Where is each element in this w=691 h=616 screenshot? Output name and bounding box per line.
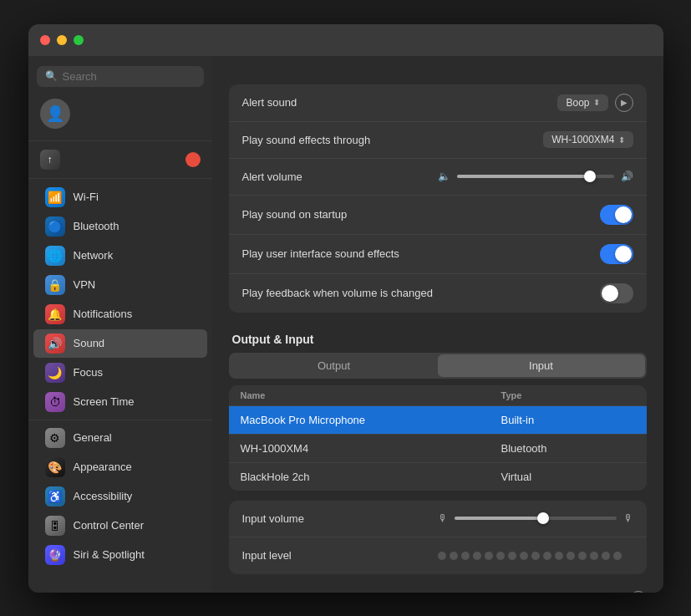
col-type-header: Type bbox=[501, 390, 635, 400]
slider-fill bbox=[457, 175, 591, 178]
device-table: Name Type MacBook Pro Microphone Built-i… bbox=[229, 385, 647, 491]
sidebar-item-siri[interactable]: 🔮Siri & Spotlight bbox=[33, 541, 207, 569]
play-startup-label: Play sound on startup bbox=[242, 208, 600, 221]
tab-output[interactable]: Output bbox=[231, 354, 438, 377]
controlcenter-icon: 🎛 bbox=[45, 516, 65, 536]
feedback-toggle[interactable] bbox=[600, 283, 633, 303]
sidebar-item-accessibility[interactable]: ♿Accessibility bbox=[33, 482, 207, 511]
alert-volume-label: Alert volume bbox=[242, 171, 438, 183]
alert-sound-control: Boop ⬍ ▶ bbox=[557, 94, 633, 112]
sidebar-item-label-vpn: VPN bbox=[74, 278, 96, 291]
level-dot bbox=[508, 552, 516, 560]
help-button[interactable]: ? bbox=[630, 591, 647, 593]
level-dot bbox=[438, 552, 446, 560]
search-icon: 🔍 bbox=[45, 70, 58, 82]
sidebar-item-sound[interactable]: 🔊Sound bbox=[33, 329, 207, 358]
level-dot bbox=[485, 552, 493, 560]
level-dot bbox=[613, 552, 622, 560]
output-input-tabs: Output Input bbox=[229, 353, 647, 379]
sidebar-item-label-screentime: Screen Time bbox=[74, 395, 135, 408]
feedback-volume-row: Play feedback when volume is changed bbox=[229, 274, 647, 313]
alert-volume-control: 🔈 🔊 bbox=[438, 171, 633, 182]
input-volume-control: 🎙 🎙 bbox=[438, 512, 633, 524]
sidebar-item-notifications[interactable]: 🔔Notifications bbox=[33, 300, 207, 328]
level-dot bbox=[531, 552, 540, 560]
device-type: Built-in bbox=[501, 414, 635, 426]
sidebar-item-label-general: General bbox=[74, 431, 112, 444]
play-startup-row: Play sound on startup bbox=[229, 196, 647, 235]
play-startup-toggle[interactable] bbox=[600, 205, 633, 225]
sidebar-item-label-appearance: Appearance bbox=[74, 461, 132, 473]
output-input-header: Output & Input bbox=[229, 326, 647, 353]
level-dot bbox=[578, 552, 587, 560]
toggle-knob-2 bbox=[615, 246, 632, 262]
sidebar-item-label-sound: Sound bbox=[74, 337, 105, 349]
sidebar-item-controlcenter[interactable]: 🎛Control Center bbox=[33, 512, 207, 540]
input-level-label: Input level bbox=[242, 549, 438, 562]
device-name: BlackHole 2ch bbox=[241, 471, 501, 483]
slider-thumb[interactable] bbox=[537, 512, 549, 524]
level-dot bbox=[590, 552, 598, 560]
sidebar-nav: 📶Wi-Fi🔵Bluetooth🌐Network🔒VPN🔔Notificatio… bbox=[28, 182, 212, 570]
feedback-volume-label: Play feedback when volume is changed bbox=[242, 287, 600, 299]
toggle-knob bbox=[615, 206, 632, 223]
sidebar-item-focus[interactable]: 🌙Focus bbox=[33, 359, 207, 387]
ui-sounds-row: Play user interface sound effects bbox=[229, 235, 647, 274]
play-through-dropdown[interactable]: WH-1000XM4 ⬍ bbox=[543, 131, 633, 148]
alert-sound-label: Alert sound bbox=[242, 96, 558, 109]
wifi-icon: 📶 bbox=[45, 187, 65, 207]
play-button[interactable]: ▶ bbox=[615, 94, 633, 112]
table-row[interactable]: WH-1000XM4 Bluetooth bbox=[229, 435, 647, 463]
chevron-up-down-icon: ⬍ bbox=[593, 98, 600, 107]
sidebar: 🔍 👤 ↑ 📶Wi-Fi� bbox=[28, 56, 212, 593]
play-through-control: WH-1000XM4 ⬍ bbox=[543, 131, 633, 148]
siri-icon: 🔮 bbox=[45, 545, 65, 565]
close-button[interactable] bbox=[40, 35, 50, 45]
search-bar[interactable]: 🔍 bbox=[37, 66, 204, 87]
divider-3 bbox=[28, 420, 212, 420]
sidebar-item-appearance[interactable]: 🎨Appearance bbox=[33, 453, 207, 481]
level-dot bbox=[450, 552, 458, 560]
slider-thumb[interactable] bbox=[584, 171, 596, 182]
level-dot bbox=[461, 552, 470, 560]
update-badge bbox=[185, 152, 201, 167]
alert-sound-dropdown[interactable]: Boop ⬍ bbox=[557, 94, 607, 111]
alert-sound-row: Alert sound Boop ⬍ ▶ bbox=[229, 84, 647, 122]
device-name: WH-1000XM4 bbox=[241, 442, 501, 455]
slider-fill bbox=[455, 517, 544, 520]
minimize-button[interactable] bbox=[57, 35, 67, 45]
sound-effects-header bbox=[229, 74, 647, 84]
table-row[interactable]: BlackHole 2ch Virtual bbox=[229, 463, 647, 491]
sound-icon: 🔊 bbox=[45, 333, 65, 354]
sidebar-item-label-wifi: Wi-Fi bbox=[74, 191, 99, 203]
sidebar-item-wifi[interactable]: 📶Wi-Fi bbox=[33, 183, 207, 211]
sidebar-item-general[interactable]: ⚙General bbox=[33, 424, 207, 452]
input-volume-row: Input volume 🎙 🎙 bbox=[229, 501, 647, 537]
appearance-icon: 🎨 bbox=[45, 457, 65, 477]
ui-sounds-toggle[interactable] bbox=[600, 244, 633, 264]
level-dot bbox=[473, 552, 481, 560]
alert-volume-slider[interactable] bbox=[457, 175, 614, 178]
network-icon: 🌐 bbox=[45, 246, 65, 266]
bluetooth-icon: 🔵 bbox=[45, 216, 65, 237]
sidebar-item-screentime[interactable]: ⏱Screen Time bbox=[33, 388, 207, 416]
tab-input[interactable]: Input bbox=[438, 354, 645, 377]
maximize-button[interactable] bbox=[74, 35, 84, 45]
table-header: Name Type bbox=[229, 385, 647, 406]
sidebar-item-label-focus: Focus bbox=[74, 366, 103, 379]
search-input[interactable] bbox=[63, 70, 196, 83]
input-volume-slider[interactable] bbox=[455, 517, 617, 520]
table-row[interactable]: MacBook Pro Microphone Built-in bbox=[229, 406, 647, 435]
sidebar-item-network[interactable]: 🌐Network bbox=[33, 242, 207, 270]
user-section[interactable]: 👤 bbox=[28, 95, 212, 137]
device-name: MacBook Pro Microphone bbox=[241, 414, 501, 426]
screentime-icon: ⏱ bbox=[45, 392, 65, 412]
sidebar-item-label-network: Network bbox=[74, 249, 114, 262]
level-dot bbox=[520, 552, 528, 560]
level-dot bbox=[543, 552, 551, 560]
sidebar-item-software-update[interactable]: ↑ bbox=[28, 145, 212, 175]
level-dot bbox=[555, 552, 563, 560]
sidebar-item-bluetooth[interactable]: 🔵Bluetooth bbox=[33, 212, 207, 241]
input-level-dots bbox=[438, 552, 633, 560]
sidebar-item-vpn[interactable]: 🔒VPN bbox=[33, 271, 207, 299]
